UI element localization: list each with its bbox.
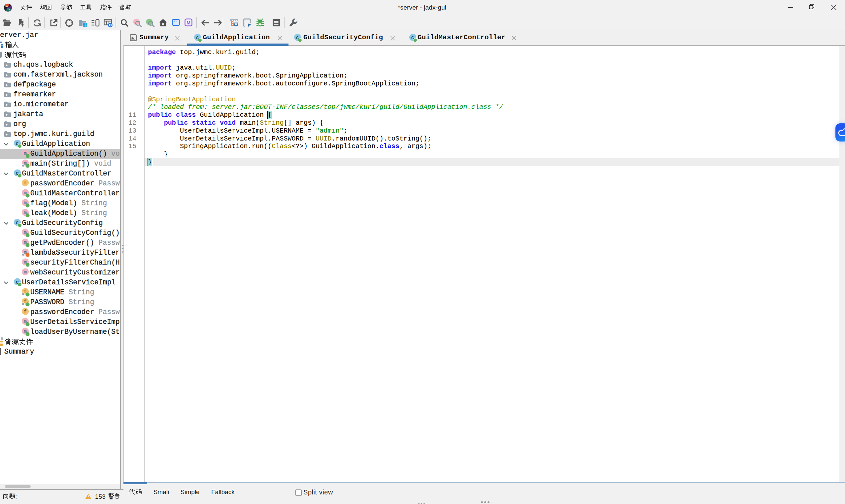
svg-text:JA: JA (5, 5, 8, 8)
svg-text:DX: DX (6, 8, 10, 11)
svg-text:M: M (187, 20, 191, 25)
